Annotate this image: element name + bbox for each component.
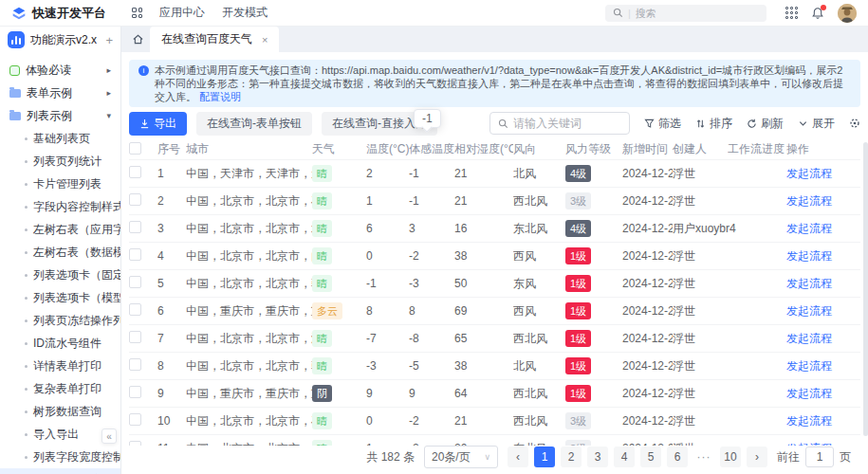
row-checkbox[interactable] — [129, 331, 141, 343]
row-checkbox[interactable] — [129, 386, 141, 398]
keyword-search[interactable] — [489, 112, 630, 135]
goto-page: 前往 页 — [777, 447, 851, 467]
global-search[interactable]: | — [605, 5, 766, 22]
sidebar-item[interactable]: ID流水号组件 — [0, 332, 120, 355]
page-size-select[interactable]: 20条/页 ∨ — [424, 446, 498, 468]
start-workflow-link[interactable]: 发起流程 — [786, 222, 832, 235]
sidebar-item[interactable]: 左树右表（应用字典） — [0, 218, 120, 241]
start-workflow-link[interactable]: 发起流程 — [786, 304, 832, 318]
avatar[interactable] — [838, 4, 857, 23]
sidebar-collapse-button[interactable]: « — [102, 428, 117, 444]
row-checkbox[interactable] — [129, 221, 141, 233]
refresh-icon — [747, 118, 757, 129]
row-checkbox[interactable] — [129, 276, 141, 288]
cell-time: 2024-12-2… — [622, 222, 673, 235]
cell-feel: -1 — [409, 167, 454, 180]
row-checkbox[interactable] — [129, 248, 141, 261]
wind-level-badge: 4级 — [565, 165, 591, 182]
nav-app-center[interactable]: 应用中心 — [159, 5, 205, 21]
start-workflow-link[interactable]: 发起流程 — [786, 277, 832, 290]
sidebar-item[interactable]: 字段内容控制样式 — [0, 195, 120, 218]
row-checkbox[interactable] — [129, 358, 141, 371]
nav-dev-mode[interactable]: 开发模式 — [222, 5, 268, 21]
sidebar-item[interactable]: 列表选项卡（固定数... — [0, 264, 120, 286]
page-button[interactable]: 5 — [640, 447, 661, 467]
sidebar-item[interactable]: 列表字段宽度控制 — [0, 446, 120, 468]
home-tab-button[interactable] — [125, 27, 150, 52]
cell-city: 中国，北京市，北京市，石景山 — [186, 413, 312, 429]
cell-wind: 西北风 — [513, 413, 565, 429]
page-button[interactable]: 1 — [534, 447, 555, 467]
page-button[interactable]: ··· — [693, 447, 714, 467]
sidebar-item[interactable]: 详情表单打印 — [0, 355, 120, 377]
page-button[interactable]: 4 — [614, 447, 635, 467]
start-workflow-link[interactable]: 发起流程 — [786, 167, 832, 180]
table-row: 6 中国，重庆市，重庆市，重庆 多云 8 8 69 西风 1级 2024-12-… — [129, 297, 860, 324]
sidebar-group[interactable]: 表单示例 ▸ — [0, 82, 120, 104]
start-workflow-link[interactable]: 发起流程 — [786, 442, 832, 447]
config-doc-link[interactable]: 配置说明 — [199, 91, 241, 102]
select-all-checkbox[interactable] — [129, 142, 141, 155]
page-button[interactable]: 2 — [561, 447, 582, 467]
page-button[interactable]: 10 — [720, 447, 741, 467]
notification-bell-icon[interactable] — [811, 7, 824, 20]
home-icon — [132, 33, 144, 46]
cell-creator: 浮世 — [673, 276, 728, 292]
add-workspace-button[interactable]: + — [105, 33, 113, 47]
cell-no: 3 — [157, 222, 186, 235]
global-search-input[interactable] — [636, 8, 740, 19]
column-settings-button[interactable] — [849, 118, 860, 129]
sidebar-item[interactable]: 左树右表（数据模型） — [0, 241, 120, 264]
start-workflow-link[interactable]: 发起流程 — [786, 332, 832, 345]
row-checkbox[interactable] — [129, 193, 141, 206]
table-scrollbar[interactable] — [863, 142, 868, 436]
cell-time: 2024-12-2… — [622, 249, 673, 263]
row-checkbox[interactable] — [129, 413, 141, 426]
cell-time: 2024-12-2… — [622, 304, 673, 318]
sidebar-item[interactable]: 卡片管理列表 — [0, 173, 120, 195]
start-workflow-link[interactable]: 发起流程 — [786, 359, 832, 373]
sidebar-item[interactable]: 树形数据查询 — [0, 400, 120, 423]
cell-wind: 北风 — [513, 358, 565, 374]
next-page-button[interactable]: › — [747, 447, 767, 467]
cell-city: 中国，北京市，北京市，朝阳 — [186, 358, 312, 374]
col-weather: 天气 — [312, 141, 366, 157]
start-workflow-link[interactable]: 发起流程 — [786, 194, 832, 208]
page-button[interactable]: 3 — [587, 447, 608, 467]
workspace-selector[interactable]: 功能演示v2.x + — [0, 27, 120, 53]
page-button[interactable]: 6 — [667, 447, 688, 467]
tab-active[interactable]: 在线查询百度天气 × — [150, 27, 279, 52]
app-launcher-icon[interactable] — [785, 7, 798, 19]
cell-city: 中国，北京市，北京市，朝阳 — [186, 276, 312, 292]
goto-page-input[interactable] — [805, 447, 834, 467]
sidebar-group[interactable]: 列表示例 ▾ — [0, 104, 120, 127]
row-checkbox[interactable] — [129, 303, 141, 316]
keyword-search-input[interactable] — [513, 117, 613, 130]
sidebar-item[interactable]: 在线查询百度天气 — [0, 468, 120, 474]
start-workflow-link[interactable]: 发起流程 — [786, 387, 832, 400]
col-no: 序号 — [157, 141, 186, 157]
sort-button[interactable]: 排序 — [695, 116, 732, 132]
row-checkbox[interactable] — [129, 166, 141, 178]
online-query-form-button[interactable]: 在线查询-表单按钮 — [196, 112, 312, 136]
cell-feel: 3 — [409, 222, 454, 235]
prev-page-button[interactable]: ‹ — [508, 447, 528, 467]
sidebar-item[interactable]: 基础列表页 — [0, 127, 120, 150]
col-temp[interactable]: 温度(°C) — [366, 141, 409, 157]
sidebar-group[interactable]: 体验必读 ▸ — [0, 59, 120, 82]
row-checkbox[interactable] — [129, 441, 141, 446]
sidebar-item[interactable]: 列表选项卡（模型数... — [0, 286, 120, 309]
sidebar-item[interactable]: 列表页列统计 — [0, 150, 120, 173]
expand-button[interactable]: 展开 — [798, 116, 835, 132]
cell-city: 中国，北京市，北京市，石景山 — [186, 193, 312, 210]
start-workflow-link[interactable]: 发起流程 — [786, 414, 832, 428]
sidebar-item[interactable]: 列表页冻结操作列 — [0, 309, 120, 332]
close-icon[interactable]: × — [262, 34, 268, 46]
sidebar-item[interactable]: 复杂表单打印 — [0, 377, 120, 400]
apps-grid-icon[interactable] — [132, 8, 142, 18]
bullet-icon — [25, 228, 28, 231]
refresh-button[interactable]: 刷新 — [747, 116, 784, 132]
filter-button[interactable]: 筛选 — [644, 116, 681, 132]
start-workflow-link[interactable]: 发起流程 — [786, 249, 832, 263]
export-button[interactable]: 导出 — [129, 112, 187, 136]
